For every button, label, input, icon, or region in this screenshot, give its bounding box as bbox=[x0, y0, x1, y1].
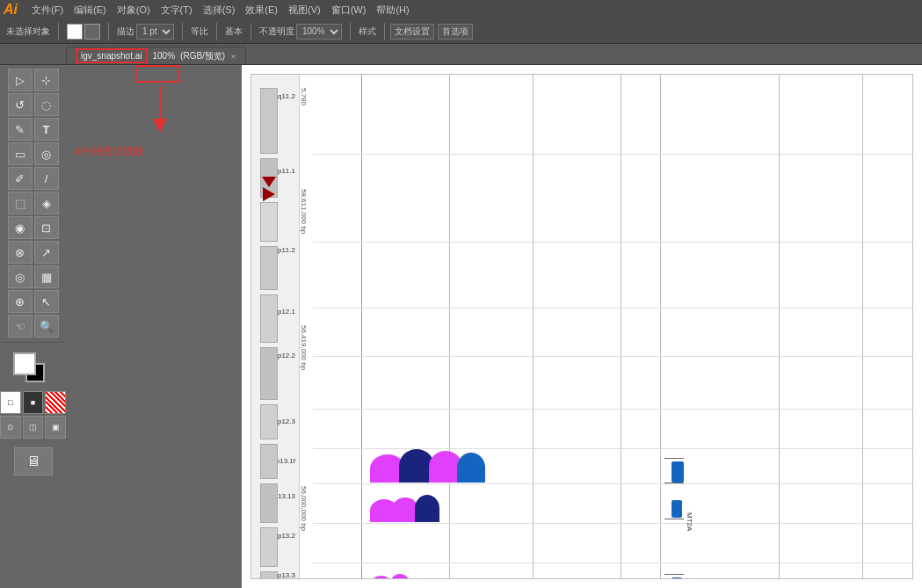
igv-canvas: q11.2 p11.1 p11.2 p12.1 p12.2 p12.3 p13.… bbox=[250, 74, 913, 579]
hand-tool[interactable]: ☜ bbox=[8, 315, 33, 338]
monitor-tool[interactable]: 🖥 bbox=[14, 447, 53, 475]
blob-right-2 bbox=[672, 500, 682, 518]
pen-tool[interactable]: ✎ bbox=[8, 118, 33, 141]
band-block-11 bbox=[260, 571, 278, 579]
band-p112: p11.2 bbox=[278, 246, 295, 254]
no-fill-btn[interactable] bbox=[45, 391, 66, 414]
symbol-tool[interactable]: ◎ bbox=[8, 265, 33, 288]
blob-right-1 bbox=[672, 461, 684, 483]
menu-edit[interactable]: 编辑(E) bbox=[69, 4, 112, 17]
slice-tool[interactable]: ↖ bbox=[34, 290, 59, 313]
band-p121: p12.1 bbox=[278, 308, 295, 316]
band-block-6 bbox=[260, 347, 278, 400]
scale-tool[interactable]: ◉ bbox=[8, 216, 33, 239]
artboard-tool[interactable]: ⊕ bbox=[8, 290, 33, 313]
band-block-3 bbox=[260, 202, 278, 242]
red-arrow bbox=[151, 86, 169, 136]
fill-color-swatch[interactable] bbox=[67, 24, 83, 40]
blob-darkblue-2 bbox=[457, 453, 485, 483]
hsep-1 bbox=[313, 154, 912, 155]
black-mode-btn[interactable]: ■ bbox=[23, 391, 44, 414]
tab-bar: igv_snapshot.ai 100% (RGB/预览) × bbox=[0, 44, 922, 65]
band-block-2 bbox=[260, 158, 278, 198]
shear-tool[interactable]: ⊡ bbox=[34, 216, 59, 239]
stroke-label: 描边 bbox=[117, 25, 134, 38]
hsep-5 bbox=[313, 409, 912, 410]
menu-object[interactable]: 对象(O) bbox=[112, 4, 156, 17]
direct-selection-tool[interactable]: ⊹ bbox=[34, 69, 59, 91]
tab-filename: igv_snapshot.ai bbox=[76, 48, 148, 63]
menu-effect[interactable]: 效果(E) bbox=[240, 4, 283, 17]
extra-tool-3[interactable]: ▣ bbox=[45, 416, 66, 439]
app-logo: Ai bbox=[4, 2, 18, 18]
tab-mode: (RGB/预览) bbox=[180, 50, 225, 62]
tool-row-3: ✎ T bbox=[0, 118, 66, 141]
tool-row-7: ◉ ⊡ bbox=[0, 216, 66, 239]
style-group: 样式 bbox=[356, 25, 379, 39]
menu-type[interactable]: 文字(T) bbox=[156, 4, 198, 17]
annotation-panel: a件的图形级联 bbox=[66, 65, 242, 588]
hsep-4 bbox=[313, 356, 912, 357]
preferences-button[interactable]: 首选项 bbox=[438, 24, 473, 40]
divider-1 bbox=[58, 23, 59, 40]
mt2a-label: MT2A bbox=[686, 512, 693, 531]
lasso-tool[interactable]: ◌ bbox=[34, 93, 59, 116]
column-graph-tool[interactable]: ▦ bbox=[34, 265, 59, 288]
line-tool[interactable]: ▭ bbox=[8, 142, 33, 165]
blob-magenta-6 bbox=[390, 574, 410, 579]
main-area: ▷ ⊹ ↺ ◌ ✎ T ▭ ◎ ✐ / ⬚ ◈ ◉ ⊡ ⊗ ↗ bbox=[0, 65, 922, 588]
doc-settings-button[interactable]: 文档设置 bbox=[390, 24, 434, 40]
pencil-tool[interactable]: / bbox=[34, 167, 59, 190]
tool-row-4: ▭ ◎ bbox=[0, 142, 66, 165]
tab-close-button[interactable]: × bbox=[230, 51, 236, 62]
reflect-tool[interactable]: ◈ bbox=[34, 192, 59, 214]
rotate-tool[interactable]: ⬚ bbox=[8, 192, 33, 214]
band-block-9 bbox=[260, 483, 278, 523]
white-mode-btn[interactable]: □ bbox=[0, 391, 21, 414]
graph-tool[interactable]: ↗ bbox=[34, 241, 59, 264]
color-box-area bbox=[11, 349, 55, 388]
toolbar: 未选择对象 描边 1 pt 等比 基本 不透明度 100% 样式 文档设置 首选… bbox=[0, 19, 922, 44]
canvas-area[interactable]: q11.2 p11.1 p11.2 p12.1 p12.2 p12.3 p13.… bbox=[242, 65, 922, 588]
vline-4 bbox=[621, 75, 621, 578]
coord-4: 56,000,000 bp bbox=[300, 486, 308, 556]
divider-7 bbox=[384, 23, 385, 40]
band-block-4 bbox=[260, 246, 278, 290]
toolbox: ▷ ⊹ ↺ ◌ ✎ T ▭ ◎ ✐ / ⬚ ◈ ◉ ⊡ ⊗ ↗ bbox=[0, 65, 66, 588]
menu-view[interactable]: 视图(V) bbox=[283, 4, 326, 17]
tool-row-9: ◎ ▦ bbox=[0, 265, 66, 288]
menu-help[interactable]: 帮助(H) bbox=[371, 4, 414, 17]
blob-darkblue-3 bbox=[415, 495, 439, 522]
band-block-1 bbox=[260, 88, 278, 154]
vline-5 bbox=[660, 75, 661, 578]
menu-select[interactable]: 选择(S) bbox=[198, 4, 241, 17]
igv-content: q11.2 p11.1 p11.2 p12.1 p12.2 p12.3 p13.… bbox=[242, 65, 922, 588]
tick-2 bbox=[664, 483, 684, 483]
tool-row-11: ☜ 🔍 bbox=[0, 315, 66, 338]
menu-window[interactable]: 窗口(W) bbox=[326, 4, 372, 17]
fill-box[interactable] bbox=[13, 352, 36, 375]
stroke-color-swatch[interactable] bbox=[84, 24, 100, 40]
type-tool[interactable]: T bbox=[34, 118, 59, 141]
extra-tool-2[interactable]: ◫ bbox=[23, 416, 44, 439]
data-area: MT2A bbox=[313, 75, 912, 578]
selection-tool[interactable]: ▷ bbox=[8, 69, 33, 91]
divider-6 bbox=[350, 23, 351, 40]
opacity-group: 不透明度 100% bbox=[257, 23, 345, 40]
band-q112: q11.2 bbox=[278, 92, 295, 100]
stroke-select[interactable]: 1 pt bbox=[136, 24, 174, 40]
menu-file[interactable]: 文件(F) bbox=[26, 4, 69, 17]
tool-row-8: ⊗ ↗ bbox=[0, 241, 66, 264]
warp-tool[interactable]: ⊗ bbox=[8, 241, 33, 264]
band-p122: p12.2 bbox=[278, 352, 295, 359]
ellipse-tool[interactable]: ◎ bbox=[34, 142, 59, 165]
opacity-select[interactable]: 100% bbox=[296, 24, 342, 40]
tick-1 bbox=[664, 458, 684, 459]
document-tab[interactable]: igv_snapshot.ai 100% (RGB/预览) × bbox=[66, 47, 246, 64]
paintbrush-tool[interactable]: ✐ bbox=[8, 167, 33, 190]
stroke-group: 描边 1 pt bbox=[114, 23, 177, 40]
zoom-tool[interactable]: 🔍 bbox=[34, 315, 59, 338]
extra-tool-1[interactable]: ⊙ bbox=[0, 416, 21, 439]
magic-wand-tool[interactable]: ↺ bbox=[8, 93, 33, 116]
fill-stroke-group bbox=[64, 23, 103, 40]
